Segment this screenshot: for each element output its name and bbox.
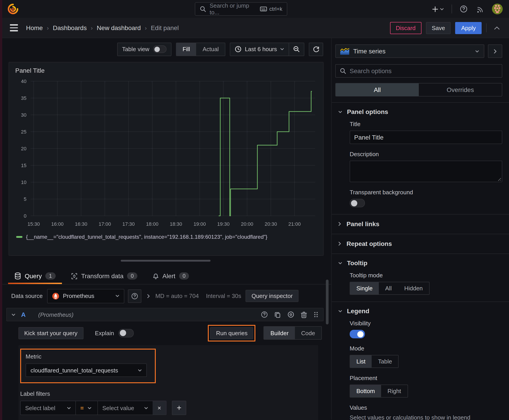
time-range-picker[interactable]: Last 6 hours [230, 43, 289, 55]
legend-header[interactable]: Legend [338, 307, 502, 315]
chevron-down-icon [115, 294, 119, 298]
svg-text:10: 10 [21, 180, 26, 185]
chevron-down-icon [138, 369, 142, 372]
svg-text:18:30: 18:30 [170, 221, 182, 227]
tooltip-single-option[interactable]: Single [350, 282, 379, 294]
placement-right-option[interactable]: Right [381, 385, 407, 397]
svg-text:20:30: 20:30 [265, 221, 277, 227]
news-button[interactable] [475, 4, 486, 14]
tab-all[interactable]: All [336, 83, 419, 96]
placement-bottom-option[interactable]: Bottom [350, 385, 381, 397]
remove-filter-button[interactable]: × [153, 401, 166, 415]
zoom-out-icon [293, 46, 300, 52]
toggle-query-visibility-button[interactable] [287, 311, 295, 318]
zoom-out-time-button[interactable] [289, 43, 304, 55]
user-avatar[interactable] [492, 4, 503, 14]
query-inspector-button[interactable]: Query inspector [246, 290, 299, 302]
tab-query-count: 1 [45, 272, 55, 279]
toggle-options-pane-button[interactable] [488, 45, 502, 58]
legend-table-option[interactable]: Table [372, 355, 398, 368]
chart-legend-item[interactable]: {__name__="cloudflared_tunnel_total_requ… [15, 233, 317, 240]
panel-links-section[interactable]: Panel links [335, 215, 502, 228]
tab-transform-label: Transform data [81, 272, 124, 279]
discard-button[interactable]: Discard [390, 22, 421, 34]
pane-resize-handle[interactable] [121, 260, 211, 262]
svg-text:16:00: 16:00 [51, 221, 63, 227]
refresh-button[interactable] [309, 42, 323, 56]
chevron-down-icon [280, 48, 284, 51]
delete-query-button[interactable] [301, 311, 307, 318]
select-value-dropdown[interactable]: Select value [98, 401, 153, 415]
shortcut-hint: ctrl+k [260, 6, 282, 12]
legend-mode-switch: List Table [350, 355, 399, 368]
tab-query-label: Query [25, 272, 42, 279]
main-scrollbar[interactable] [326, 279, 328, 324]
svg-text:18:00: 18:00 [146, 221, 159, 227]
query-options-expander[interactable] [145, 292, 152, 300]
panel-title-input[interactable] [350, 131, 502, 144]
tab-query[interactable]: Query 1 [8, 268, 62, 284]
breadcrumb-home[interactable]: Home [26, 24, 43, 31]
database-icon [14, 272, 21, 279]
operator-dropdown[interactable]: = [76, 401, 97, 415]
search-icon [200, 6, 206, 12]
save-button[interactable]: Save [426, 22, 451, 34]
repeat-options-section[interactable]: Repeat options [335, 234, 502, 248]
run-queries-button[interactable]: Run queries [210, 327, 253, 339]
fill-option[interactable]: Fill [176, 43, 196, 55]
chevron-right-icon [147, 294, 150, 298]
options-sidebar: Time series Search options All Overrides [331, 38, 509, 420]
svg-text:16:30: 16:30 [75, 221, 87, 227]
datasource-help-button[interactable] [128, 289, 141, 303]
tooltip-header[interactable]: Tooltip [338, 259, 502, 267]
top-bar: Search or jump to... ctrl+k [0, 0, 509, 18]
tooltip-all-option[interactable]: All [379, 282, 398, 294]
panel-options-header[interactable]: Panel options [338, 108, 502, 115]
options-search[interactable]: Search options [335, 64, 502, 78]
drag-query-handle[interactable] [313, 311, 319, 318]
query-help-button[interactable] [261, 311, 268, 318]
builder-code-switch: Builder Code [264, 326, 322, 340]
metric-select[interactable]: cloudflared_tunnel_total_requests [26, 363, 147, 377]
clock-icon [235, 46, 242, 52]
breadcrumb-separator: › [47, 24, 49, 31]
builder-option[interactable]: Builder [264, 327, 295, 339]
legend-visibility-toggle[interactable] [350, 330, 365, 338]
add-filter-button[interactable]: + [172, 401, 186, 415]
global-search[interactable]: Search or jump to... ctrl+k [195, 2, 287, 16]
visualization-picker[interactable]: Time series [335, 45, 484, 58]
actual-option[interactable]: Actual [196, 43, 225, 55]
tooltip-hidden-option[interactable]: Hidden [398, 282, 429, 294]
apply-button[interactable]: Apply [455, 22, 482, 34]
table-view-toggle[interactable] [153, 45, 166, 53]
menu-toggle-button[interactable] [8, 23, 20, 33]
transparent-background-toggle[interactable] [350, 199, 365, 207]
query-ref-id: A [21, 311, 26, 318]
select-label-dropdown[interactable]: Select label [21, 401, 76, 415]
help-button[interactable] [458, 4, 469, 14]
kick-start-query-button[interactable]: Kick start your query [18, 327, 83, 339]
query-row-header[interactable]: A (Prometheus) [6, 308, 324, 321]
breadcrumb-separator: › [91, 24, 93, 31]
collapse-options-button[interactable] [491, 24, 503, 32]
tab-transform-data[interactable]: Transform data 0 [65, 268, 144, 284]
breadcrumb-dashboards[interactable]: Dashboards [53, 24, 87, 31]
query-builder: Metric cloudflared_tunnel_total_requests… [18, 345, 318, 420]
new-menu-button[interactable] [430, 4, 445, 14]
description-textarea[interactable] [350, 161, 502, 182]
prometheus-icon [52, 292, 59, 300]
grafana-logo[interactable] [7, 3, 19, 15]
tab-alert[interactable]: Alert 0 [146, 268, 196, 284]
keyboard-icon [260, 6, 267, 12]
max-data-points-stat: MD = auto = 704 [155, 292, 199, 299]
explain-toggle[interactable] [119, 329, 134, 337]
breadcrumb-new-dashboard[interactable]: New dashboard [97, 24, 141, 31]
datasource-picker[interactable]: Prometheus [47, 289, 124, 303]
duplicate-query-button[interactable] [274, 311, 281, 318]
panel-links-title: Panel links [347, 220, 379, 227]
legend-list-option[interactable]: List [350, 355, 372, 368]
trash-icon [301, 311, 307, 318]
label-filter-row: Select label = Select va [20, 401, 167, 415]
tab-overrides[interactable]: Overrides [419, 83, 502, 96]
code-option[interactable]: Code [295, 327, 321, 339]
